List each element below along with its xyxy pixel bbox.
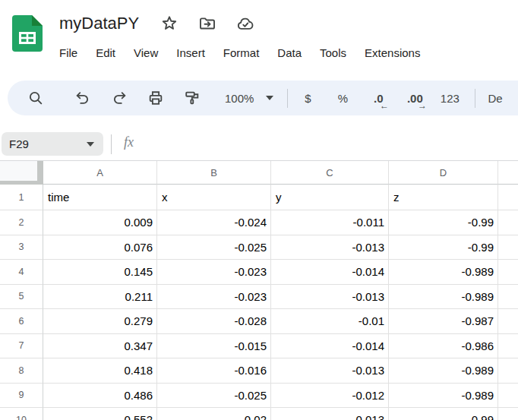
- chevron-down-icon: [266, 96, 273, 100]
- grid-cell[interactable]: -0.023: [157, 285, 271, 310]
- grid-cell[interactable]: 0.145: [43, 260, 157, 285]
- row-number[interactable]: 6: [0, 309, 43, 334]
- grid-cell[interactable]: 0.279: [43, 309, 157, 334]
- row-number[interactable]: 9: [0, 384, 43, 409]
- document-title[interactable]: myDataPY: [59, 14, 139, 33]
- undo-icon[interactable]: [73, 86, 93, 110]
- grid-cell[interactable]: [498, 235, 518, 261]
- cloud-saved-icon[interactable]: [236, 14, 254, 33]
- grid-cell[interactable]: -0.989: [389, 260, 498, 285]
- grid-cell[interactable]: -0.989: [389, 384, 498, 409]
- row-number[interactable]: 7: [0, 334, 43, 359]
- grid-cell[interactable]: -0.015: [157, 334, 271, 359]
- grid-cell[interactable]: -0.013: [271, 408, 389, 420]
- menu-edit[interactable]: Edit: [87, 43, 125, 63]
- redo-icon[interactable]: [109, 86, 129, 110]
- column-header-A[interactable]: A: [43, 161, 157, 185]
- grid-cell[interactable]: -0.023: [157, 260, 271, 285]
- menu-tools[interactable]: Tools: [311, 43, 355, 63]
- grid-cell[interactable]: y: [271, 185, 389, 210]
- grid-cell[interactable]: -0.987: [389, 309, 498, 334]
- number-format-button[interactable]: 123: [434, 86, 466, 110]
- grid-cell[interactable]: -0.014: [271, 334, 389, 359]
- grid-cell[interactable]: [498, 309, 518, 334]
- row-number[interactable]: 8: [0, 358, 43, 384]
- grid-cell[interactable]: -0.028: [157, 309, 271, 334]
- menu-file[interactable]: File: [50, 43, 87, 63]
- grid-cell[interactable]: -0.013: [271, 235, 389, 261]
- table-row: 3 0.076 -0.025 -0.013 -0.99: [0, 235, 518, 261]
- grid-cell[interactable]: [498, 334, 518, 359]
- grid-cell[interactable]: x: [157, 185, 271, 210]
- menu-data[interactable]: Data: [268, 43, 311, 63]
- menu-view[interactable]: View: [125, 43, 167, 63]
- grid-cell[interactable]: -0.986: [389, 334, 498, 359]
- grid-cell[interactable]: [498, 210, 518, 235]
- grid-cell[interactable]: -0.99: [389, 210, 498, 235]
- grid-cell[interactable]: -0.99: [389, 235, 498, 261]
- grid-cell[interactable]: -0.025: [157, 384, 271, 409]
- column-header-E-partial[interactable]: [498, 161, 518, 185]
- grid-cell[interactable]: [498, 408, 518, 420]
- grid-cell[interactable]: -0.013: [271, 358, 389, 384]
- grid-cell[interactable]: 0.076: [43, 235, 157, 261]
- grid-cell[interactable]: 0.211: [43, 285, 157, 310]
- grid-cell[interactable]: -0.01: [271, 309, 389, 334]
- search-icon[interactable]: [26, 86, 46, 110]
- grid-cell[interactable]: time: [43, 185, 157, 210]
- paint-format-icon[interactable]: [182, 86, 202, 110]
- grid-cell[interactable]: -0.011: [271, 210, 389, 235]
- format-currency-button[interactable]: $: [294, 86, 321, 110]
- grid-cell[interactable]: [498, 285, 518, 310]
- sheets-logo-icon[interactable]: [12, 15, 43, 52]
- menu-format[interactable]: Format: [214, 43, 269, 63]
- row-number[interactable]: 10: [0, 408, 43, 420]
- column-header-D[interactable]: D: [389, 161, 498, 185]
- grid-cell[interactable]: z: [389, 185, 498, 210]
- decrease-decimal-button[interactable]: .0←: [364, 86, 393, 110]
- grid-cell[interactable]: 0.552: [43, 408, 157, 420]
- grid-cell[interactable]: [498, 185, 518, 210]
- name-box[interactable]: F29: [2, 132, 103, 156]
- row-number[interactable]: 5: [0, 285, 43, 310]
- row-number[interactable]: 3: [0, 235, 43, 261]
- grid-cell[interactable]: -0.99: [389, 408, 498, 420]
- grid-cell[interactable]: [498, 384, 518, 409]
- formula-bar-divider: [111, 134, 112, 154]
- table-row: 6 0.279 -0.028 -0.01 -0.987: [0, 309, 518, 334]
- zoom-control[interactable]: 100%: [225, 92, 273, 105]
- grid-cell[interactable]: -0.024: [157, 210, 271, 235]
- grid-cell[interactable]: 0.418: [43, 358, 157, 384]
- grid-cell[interactable]: [498, 260, 518, 285]
- grid-cell[interactable]: 0.009: [43, 210, 157, 235]
- fx-icon: fx: [124, 134, 134, 150]
- table-row: 8 0.418 -0.016 -0.013 -0.989: [0, 358, 518, 384]
- grid-cell[interactable]: -0.989: [389, 358, 498, 384]
- grid-cell[interactable]: -0.012: [271, 384, 389, 409]
- format-percent-button[interactable]: %: [329, 86, 356, 110]
- row-number[interactable]: 2: [0, 210, 43, 235]
- grid-cell[interactable]: [498, 358, 518, 384]
- toolbar-divider: [287, 89, 288, 108]
- increase-decimal-button[interactable]: .00→: [399, 86, 431, 110]
- grid-cell[interactable]: 0.347: [43, 334, 157, 359]
- print-icon[interactable]: [146, 86, 166, 110]
- font-select[interactable]: De: [488, 86, 502, 110]
- grid-cell[interactable]: -0.02: [157, 408, 271, 420]
- grid-cell[interactable]: -0.025: [157, 235, 271, 261]
- row-number[interactable]: 1: [0, 185, 43, 210]
- grid-cell[interactable]: -0.989: [389, 285, 498, 310]
- column-header-B[interactable]: B: [157, 161, 271, 185]
- grid-cell[interactable]: -0.016: [157, 358, 271, 384]
- move-to-folder-icon[interactable]: [198, 14, 216, 33]
- row-number[interactable]: 4: [0, 260, 43, 285]
- star-icon[interactable]: [160, 14, 178, 33]
- column-header-C[interactable]: C: [271, 161, 389, 185]
- grid-cell[interactable]: 0.486: [43, 384, 157, 409]
- menu-insert[interactable]: Insert: [167, 43, 214, 63]
- select-all-corner[interactable]: [0, 161, 43, 185]
- menu-extensions[interactable]: Extensions: [355, 43, 429, 63]
- grid-cell[interactable]: -0.014: [271, 260, 389, 285]
- grid-cell[interactable]: -0.013: [271, 285, 389, 310]
- formula-input[interactable]: [144, 132, 515, 156]
